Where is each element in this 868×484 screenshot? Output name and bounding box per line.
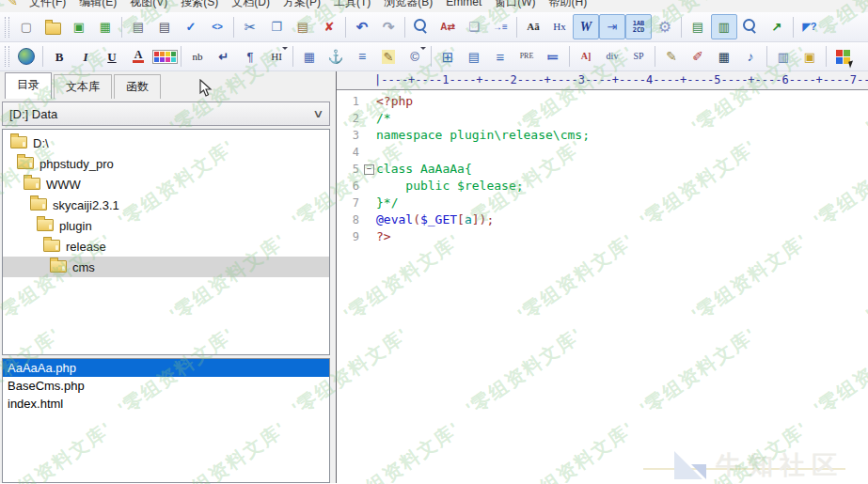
- indent-guides-button[interactable]: ⇥: [599, 14, 625, 39]
- open-folder-button[interactable]: [39, 14, 66, 39]
- audio-button[interactable]: ♪: [737, 44, 764, 70]
- italic-button[interactable]: I: [72, 44, 99, 70]
- paragraph-button[interactable]: ¶: [237, 44, 263, 70]
- copyright-button[interactable]: ©: [402, 44, 428, 70]
- color-palette-button[interactable]: [151, 44, 178, 70]
- open-external-icon: ↗: [772, 21, 782, 33]
- code-text: /*: [376, 110, 391, 127]
- windows-colors-button[interactable]: [829, 44, 856, 70]
- underline-button[interactable]: U: [99, 44, 125, 70]
- frames-button[interactable]: ▥: [770, 44, 797, 70]
- tree-item[interactable]: WWW: [3, 174, 329, 195]
- document-list-button[interactable]: ▤: [685, 14, 711, 39]
- undo-icon: ↶: [356, 20, 369, 34]
- menu-item-0[interactable]: 文件(F): [23, 0, 72, 12]
- file-item[interactable]: BaseCms.php: [3, 377, 329, 395]
- folder-icon: [30, 198, 47, 211]
- sidebar-tabs: 目录文本库函数: [0, 71, 332, 99]
- line-number: 4: [337, 144, 362, 161]
- font-color-button[interactable]: A: [125, 44, 151, 70]
- menu-item-9[interactable]: 窗口(W): [488, 0, 542, 12]
- line-break-icon: ↵: [219, 51, 229, 63]
- form-panel-button[interactable]: ▣: [797, 44, 823, 70]
- hex-view-button[interactable]: Hx: [546, 14, 573, 39]
- menu-item-7[interactable]: 浏览器(B): [377, 0, 439, 12]
- print-preview-button[interactable]: ▤: [125, 14, 151, 39]
- edit-note-button[interactable]: ✎: [375, 44, 402, 70]
- browser-globe-button[interactable]: [13, 44, 39, 70]
- menu-item-8[interactable]: Emmet: [439, 0, 488, 12]
- sidebar-tab-0[interactable]: 目录: [5, 72, 52, 99]
- spell-check-icon: ✓: [186, 21, 197, 33]
- code-text: @eval($_GET[a]);: [376, 211, 494, 228]
- tree-item[interactable]: release: [3, 236, 329, 257]
- code-area[interactable]: 1<?php2/*3namespace plugin\release\cms;4…: [337, 90, 868, 483]
- toolbar-html: BIUAnb↵¶HI▦⚓≡✎©⊞▤≡PRE≔A]divSP✎✐▦♪▥▣: [0, 42, 868, 71]
- spell-check-button[interactable]: ✓: [178, 14, 204, 39]
- paste-button[interactable]: ▤: [290, 14, 316, 39]
- new-document-button[interactable]: ▢: [13, 14, 39, 39]
- anchor-button[interactable]: ⚓: [323, 44, 349, 70]
- line-break-button[interactable]: ↵: [211, 44, 237, 70]
- menu-item-1[interactable]: 编辑(E): [72, 0, 123, 12]
- menu-item-2[interactable]: 视图(V): [123, 0, 174, 12]
- goto-line-button[interactable]: →≡: [487, 14, 513, 39]
- menu-item-10[interactable]: 帮助(H): [543, 0, 594, 12]
- open-external-button[interactable]: ↗: [764, 14, 790, 39]
- form-edit-button[interactable]: ✎: [658, 44, 685, 70]
- delete-button[interactable]: ✘: [316, 14, 342, 39]
- find-in-files-button[interactable]: ❏: [461, 14, 487, 39]
- div-center-button[interactable]: ▤: [461, 44, 487, 70]
- copy-button[interactable]: ❐: [263, 14, 290, 39]
- redo-button[interactable]: ↷: [375, 14, 402, 39]
- html-view-button[interactable]: <>: [204, 14, 230, 39]
- video-button[interactable]: ▦: [711, 44, 737, 70]
- tree-item[interactable]: cms: [3, 257, 329, 277]
- drive-select-value: [D:] Data: [9, 107, 57, 121]
- file-item[interactable]: AaAaAa.php: [3, 359, 329, 377]
- menu-item-4[interactable]: 文档(D): [225, 0, 276, 12]
- bold-button[interactable]: B: [46, 44, 72, 70]
- line-numbers-button[interactable]: 1AB2CD: [625, 14, 652, 39]
- table-button[interactable]: ⊞: [434, 44, 461, 70]
- cut-button[interactable]: ✂: [237, 14, 263, 39]
- word-wrap-button[interactable]: W: [573, 14, 599, 39]
- textarea-button[interactable]: A]: [573, 44, 599, 70]
- tree-item[interactable]: plugin: [3, 215, 329, 236]
- span-tag-button[interactable]: SP: [625, 44, 652, 70]
- find-in-files-icon: ❏: [468, 21, 480, 33]
- font-button[interactable]: Aā: [520, 14, 546, 39]
- pre-button[interactable]: PRE: [513, 44, 540, 70]
- list-button[interactable]: ≔: [540, 44, 566, 70]
- toolbar-separator: [345, 17, 346, 38]
- sidebar-tab-2[interactable]: 函数: [114, 74, 161, 99]
- sidebar-tab-1[interactable]: 文本库: [54, 74, 112, 99]
- heading-button[interactable]: HI: [263, 44, 290, 70]
- tree-item[interactable]: skycaiji2.3.1: [3, 195, 329, 215]
- side-panel-button[interactable]: ▥: [711, 14, 737, 39]
- replace-button[interactable]: A⇄: [434, 14, 461, 39]
- drive-select[interactable]: [D:] Data ∨: [2, 101, 330, 126]
- preview-button[interactable]: [737, 14, 764, 39]
- find-button[interactable]: [408, 14, 434, 39]
- tree-item[interactable]: phpstudy_pro: [3, 153, 329, 174]
- save-button[interactable]: ▣: [66, 14, 92, 39]
- context-help-button[interactable]: ◤?: [797, 14, 823, 39]
- print-button[interactable]: ▤: [151, 14, 178, 39]
- menu-item-6[interactable]: 工具(T): [327, 0, 377, 12]
- nbsp-button[interactable]: nb: [184, 44, 211, 70]
- menu-item-3[interactable]: 搜索(S): [174, 0, 225, 12]
- editor-pane: |----+----1----+----2----+----3----+----…: [336, 71, 868, 483]
- image-button[interactable]: ▦: [296, 44, 323, 70]
- settings-gear-button[interactable]: ⚙: [652, 14, 678, 39]
- div-tag-button[interactable]: div: [599, 44, 625, 70]
- menu-item-5[interactable]: 方案(P): [276, 0, 327, 12]
- save-all-button[interactable]: ▦: [92, 14, 118, 39]
- file-item[interactable]: index.html: [3, 395, 329, 413]
- align-button[interactable]: ≡: [487, 44, 513, 70]
- script-button[interactable]: ✐: [685, 44, 711, 70]
- undo-button[interactable]: ↶: [349, 14, 375, 39]
- tree-item[interactable]: D:\: [3, 133, 329, 153]
- fold-marker-icon[interactable]: −: [364, 164, 374, 175]
- hr-button[interactable]: ≡: [349, 44, 375, 70]
